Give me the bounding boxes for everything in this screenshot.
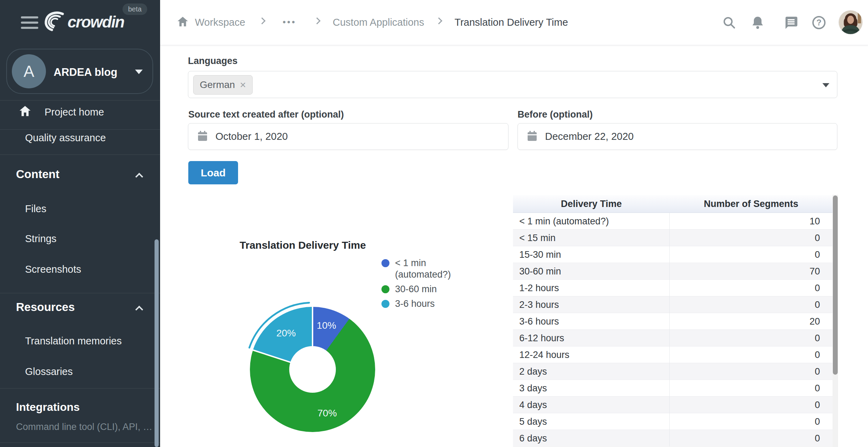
language-chip-german: German × [193,75,253,95]
breadcrumb-custom-applications[interactable]: Custom Applications [333,17,424,28]
project-avatar: A [12,54,46,88]
divider [0,100,160,101]
table-header: Delivery Time Number of Segments [513,195,838,213]
top-bar: Workspace ••• Custom Applications Transl… [160,0,868,45]
calendar-icon [197,130,208,143]
after-date-value: October 1, 2020 [215,131,288,142]
chevron-up-icon[interactable] [135,173,143,181]
slice-percent-blue: 10% [317,320,336,331]
after-date-label: Source text created after (optional) [188,109,344,120]
sidebar-item-quality-assurance[interactable]: Quality assurance [25,132,106,144]
sidebar-item-strings[interactable]: Strings [25,233,56,245]
load-button[interactable]: Load [188,161,238,184]
chevron-right-icon [314,17,321,24]
languages-select[interactable]: German × [188,71,837,98]
breadcrumb-current-page: Translation Delivery Time [455,17,568,28]
help-icon[interactable]: ? [812,15,826,30]
legend-item-3-6hours[interactable]: 3-6 hours [381,298,451,310]
legend-label: 30-60 min [395,284,437,295]
sidebar-item-glossaries[interactable]: Glossaries [25,366,73,377]
table-row: 30-60 min70 [513,263,838,280]
crowdin-logo[interactable]: crowdin [42,10,124,33]
chart-legend: < 1 min (automated?) 30-60 min 3-6 hours [381,257,451,313]
breadcrumb-workspace[interactable]: Workspace [195,17,245,28]
table-row: 5 days0 [513,413,838,430]
legend-dot-green [381,285,389,293]
table-row: 3-6 hours20 [513,313,838,330]
legend-item-lt1min[interactable]: < 1 min (automated?) [381,257,451,280]
table-row: 12-24 hours0 [513,346,838,363]
table-row: 6 days0 [513,430,838,447]
divider [0,442,160,443]
menu-icon[interactable] [21,16,38,30]
language-chip-label: German [200,79,235,90]
svg-text:?: ? [816,18,822,27]
project-name: ARDEA blog [54,66,117,79]
divider [0,154,160,155]
project-selector[interactable]: A ARDEA blog [6,49,153,94]
search-icon[interactable] [722,15,736,30]
after-date-input[interactable]: October 1, 2020 [188,123,508,150]
legend-label-line2: (automated?) [395,269,451,280]
table-row: 4 days0 [513,397,838,413]
remove-chip-icon[interactable]: × [240,80,246,90]
chevron-down-icon [135,70,143,74]
divider [0,388,160,389]
table-row: 2-3 hours0 [513,296,838,313]
sidebar-item-translation-memories[interactable]: Translation memories [25,335,122,347]
divider [0,129,160,130]
notifications-bell-icon[interactable] [750,15,765,30]
table-row: < 1 min (automated?)10 [513,213,838,230]
legend-label: < 1 min [395,257,451,269]
column-header-delivery-time: Delivery Time [513,195,670,213]
legend-label: 3-6 hours [395,298,435,310]
chart-title: Translation Delivery Time [212,239,393,251]
table-row: 2 days0 [513,363,838,380]
home-icon [19,105,31,118]
crowdin-wordmark: crowdin [68,13,124,31]
slice-percent-teal: 20% [276,328,296,339]
divider [0,293,160,293]
table-row: 6-12 hours0 [513,330,838,346]
sidebar-section-content[interactable]: Content [16,168,60,181]
sidebar-item-project-home[interactable]: Project home [45,106,104,118]
donut-hole [289,346,336,393]
before-date-input[interactable]: December 22, 2020 [518,123,837,150]
sidebar-section-integrations[interactable]: Integrations [16,401,80,414]
messages-icon[interactable] [783,15,798,30]
delivery-time-table: Delivery Time Number of Segments < 1 min… [513,195,838,447]
slice-percent-green: 70% [317,408,337,419]
legend-dot-teal [381,300,389,308]
languages-label: Languages [188,56,238,66]
user-avatar[interactable] [839,10,862,34]
table-scrollbar-track[interactable] [833,195,838,447]
breadcrumb-ellipsis[interactable]: ••• [283,17,296,27]
table-row: 15-30 min0 [513,246,838,263]
home-icon[interactable] [177,16,189,29]
legend-dot-blue [381,259,389,267]
column-header-number-of-segments: Number of Segments [670,195,833,213]
table-row: 1-2 hours0 [513,280,838,296]
table-row: 3 days0 [513,380,838,397]
chevron-right-icon [435,17,442,24]
chevron-right-icon [259,17,266,24]
table-row: < 15 min0 [513,230,838,246]
table-scrollbar-thumb[interactable] [833,195,838,375]
calendar-icon [527,130,537,143]
sidebar: crowdin beta A ARDEA blog Project home Q… [0,0,160,447]
legend-item-30-60min[interactable]: 30-60 min [381,284,451,295]
sidebar-item-screenshots[interactable]: Screenshots [25,264,81,275]
crowdin-bird-icon [42,10,65,33]
table-body: < 1 min (automated?)10 < 15 min0 15-30 m… [513,213,838,447]
before-date-value: December 22, 2020 [545,131,634,142]
dropdown-caret-icon [822,83,829,87]
sidebar-integrations-subtitle: Command line tool (CLI), API, … [16,422,152,432]
sidebar-section-resources[interactable]: Resources [16,301,75,314]
sidebar-item-files[interactable]: Files [25,203,46,215]
before-date-label: Before (optional) [518,109,593,120]
sidebar-scrollbar[interactable] [155,239,159,447]
beta-badge: beta [123,3,147,15]
chevron-up-icon[interactable] [135,306,143,314]
